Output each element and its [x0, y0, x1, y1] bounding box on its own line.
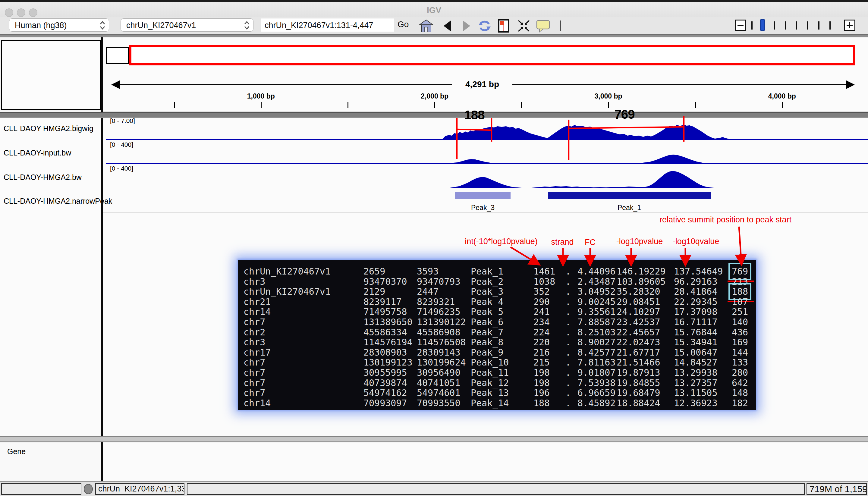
- chromosome-select[interactable]: chrUn_KI270467v1: [121, 18, 253, 32]
- tooltip-bubble-icon[interactable]: [536, 19, 551, 33]
- zoom-tick[interactable]: [785, 21, 786, 30]
- table-cell: chr3: [244, 277, 265, 287]
- zoom-tick[interactable]: [774, 21, 775, 30]
- zoom-tick[interactable]: [751, 21, 753, 30]
- table-cell: chr14: [244, 307, 270, 317]
- peak1-width-measure: 769: [614, 107, 634, 122]
- back-arrow-icon[interactable]: [440, 19, 455, 33]
- genome-select[interactable]: Human (hg38): [9, 18, 109, 32]
- zoom-tick[interactable]: [807, 21, 808, 30]
- table-cell: 114576508: [417, 337, 466, 347]
- table-cell: chr14: [244, 398, 270, 408]
- sidebar-divider[interactable]: [101, 443, 103, 481]
- table-cell: 40741051: [417, 378, 461, 388]
- gene-panel-splitter[interactable]: [0, 436, 868, 443]
- table-cell: 70993550: [417, 398, 461, 408]
- table-row: chr75497416254974601Peak_13196.6.9665919…: [238, 388, 756, 398]
- ruler-tick: [261, 102, 262, 108]
- table-cell: 436: [732, 327, 748, 338]
- track-name-CLL-DAOY-HMGA2.bw[interactable]: CLL-DAOY-HMGA2.bw: [4, 173, 82, 182]
- table-cell: 642: [732, 378, 748, 388]
- ruler-tick-label: 4,000 bp: [768, 92, 796, 100]
- refresh-icon[interactable]: [477, 19, 492, 33]
- zoom-tick[interactable]: [830, 21, 831, 30]
- ruler-tick: [347, 102, 348, 108]
- track-name-CLL-DAOY-HMGA2.bigwig[interactable]: CLL-DAOY-HMGA2.bigwig: [4, 124, 93, 133]
- table-cell: chr3: [244, 337, 265, 347]
- table-cell: 45586908: [417, 327, 461, 338]
- table-cell: 15.76844: [674, 327, 718, 338]
- zoom-in-button[interactable]: [844, 19, 855, 31]
- toolbar-separator-bar: [0, 34, 868, 37]
- table-cell: 12.36923: [674, 398, 718, 408]
- signal-track-input[interactable]: [106, 141, 868, 164]
- table-cell: Peak_8: [471, 337, 503, 347]
- table-cell: 45586334: [363, 327, 407, 338]
- annotation-label: FC: [585, 238, 595, 247]
- table-cell: 23.42537: [617, 317, 660, 327]
- table-cell: 28.41864: [674, 286, 718, 297]
- ruler-panel-sidebar: [1, 40, 100, 110]
- table-row: chr2182391178239321Peak_4290.9.0024529.0…: [238, 297, 756, 307]
- track-name-CLL-DAOY-input.bw[interactable]: CLL-DAOY-input.bw: [4, 149, 71, 157]
- table-cell: .: [565, 388, 571, 398]
- table-cell: 28308903: [363, 347, 407, 358]
- visible-region-outline[interactable]: [129, 45, 855, 65]
- ruler-tick-label: 3,000 bp: [594, 92, 622, 100]
- table-cell: .: [565, 378, 571, 388]
- home-icon[interactable]: [419, 19, 433, 33]
- table-cell: 14.84527: [674, 357, 718, 368]
- table-cell: .: [565, 277, 571, 287]
- table-cell: 16.71117: [674, 317, 718, 327]
- locus-input[interactable]: chrUn_KI270467v1:131-4,447: [261, 18, 394, 32]
- window-title: IGV: [0, 5, 868, 15]
- go-button[interactable]: Go: [398, 19, 409, 29]
- table-row: chr172830890328309143Peak_9216.8.4257721…: [238, 347, 756, 358]
- ruler-tick-label: 2,000 bp: [421, 92, 448, 100]
- track-name-CLL-DAOY-HMGA2.narrowPeak[interactable]: CLL-DAOY-HMGA2.narrowPeak: [4, 197, 112, 205]
- table-cell: chr2: [244, 327, 265, 338]
- table-cell: 19.87913: [617, 368, 660, 378]
- table-cell: 198: [533, 368, 550, 378]
- define-region-icon[interactable]: [498, 19, 509, 33]
- table-cell: 40739874: [363, 378, 407, 388]
- table-cell: Peak_1: [471, 266, 503, 277]
- summit-note-label: relative summit position to peak start: [660, 215, 791, 224]
- table-cell: 148: [732, 388, 748, 398]
- forward-arrow-icon[interactable]: [459, 19, 473, 33]
- table-cell: 7.53938: [577, 378, 616, 388]
- annotation-label: -log10qvalue: [673, 237, 719, 246]
- table-cell: 22.45657: [617, 327, 660, 338]
- narrowpeak-bar-peak3[interactable]: [455, 192, 511, 199]
- table-cell: 130199624: [417, 357, 466, 368]
- table-cell: 8.42577: [577, 347, 616, 358]
- table-cell: 241: [533, 307, 550, 317]
- table-cell: chrUn_KI270467v1: [244, 286, 331, 297]
- signal-track-hmga2-bigwig[interactable]: [106, 118, 868, 140]
- gene-track-label: Gene: [7, 447, 26, 456]
- table-cell: 30955995: [363, 368, 407, 378]
- zoom-tick[interactable]: [796, 21, 797, 30]
- table-cell: 133: [732, 357, 748, 368]
- visible-span-label: 4,291 bp: [453, 80, 512, 89]
- table-cell: 144: [732, 347, 748, 358]
- signal-track-hmga2-bw[interactable]: [106, 164, 868, 188]
- chromosome-ideogram[interactable]: [106, 47, 129, 64]
- table-cell: chr7: [244, 357, 265, 368]
- narrowpeak-bar-peak1[interactable]: [548, 192, 711, 199]
- fit-to-window-icon[interactable]: [516, 19, 531, 33]
- zoom-tick[interactable]: [818, 21, 820, 30]
- table-cell: 96.29163: [674, 277, 718, 287]
- panel-splitter[interactable]: [0, 112, 868, 118]
- sidebar-divider[interactable]: [101, 37, 103, 436]
- table-cell: 224: [533, 327, 550, 338]
- zoom-slider-thumb[interactable]: [760, 19, 765, 31]
- igv-window: IGV Human (hg38) chrUn_KI270467v1 chrUn_…: [0, 0, 868, 496]
- table-cell: 21.67717: [617, 347, 660, 358]
- zoom-out-button[interactable]: [735, 19, 746, 31]
- table-cell: Peak_10: [471, 357, 509, 368]
- table-cell: Peak_12: [471, 378, 509, 388]
- table-cell: 3.04952: [577, 286, 616, 297]
- table-cell: 169: [732, 337, 748, 347]
- table-cell: chr7: [244, 368, 265, 378]
